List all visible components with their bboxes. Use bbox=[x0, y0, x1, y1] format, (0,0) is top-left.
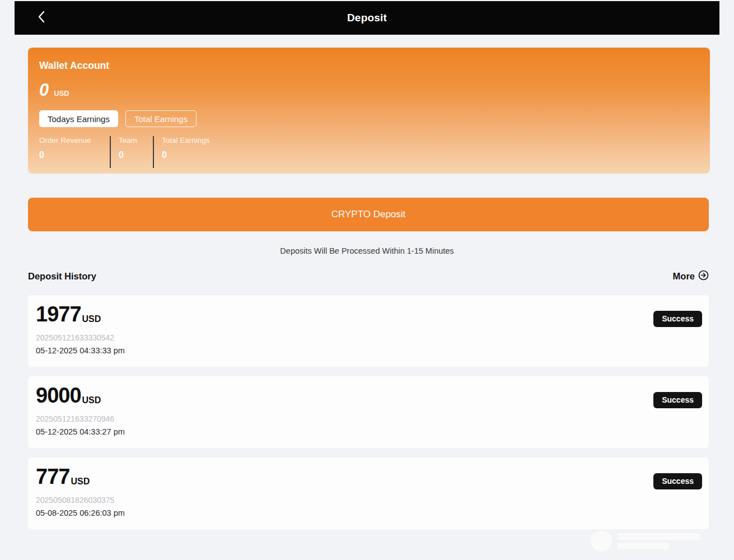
more-button[interactable]: More bbox=[673, 270, 709, 283]
deposit-order-id: 202505121633270946 bbox=[36, 414, 701, 423]
page-title: Deposit bbox=[15, 12, 719, 24]
deposit-amount: 9000 USD bbox=[36, 385, 701, 405]
balance-value: 0 bbox=[39, 81, 49, 99]
stat-label: Team bbox=[119, 136, 145, 144]
wallet-title: Wallet Account bbox=[39, 60, 699, 72]
stat-order-revenue: Order Revenue 0 bbox=[39, 136, 102, 160]
amount-value: 9000 bbox=[36, 385, 81, 405]
wallet-balance: 0 USD bbox=[39, 81, 699, 99]
stat-team: Team 0 bbox=[119, 136, 145, 160]
deposit-history-row[interactable]: 1977 USD 202505121633330542 05-12-2025 0… bbox=[28, 295, 709, 367]
stat-value: 0 bbox=[119, 150, 145, 160]
stat-divider bbox=[153, 136, 154, 168]
stat-label: Order Revenue bbox=[39, 136, 102, 144]
deposit-amount: 1977 USD bbox=[36, 304, 701, 324]
amount-currency: USD bbox=[82, 314, 101, 324]
deposit-date: 05-12-2025 04:33:27 pm bbox=[36, 427, 701, 436]
earnings-stats: Order Revenue 0 Team 0 Total Earnings 0 bbox=[39, 136, 699, 168]
deposit-history-row[interactable]: 777 USD 202505081826030375 05-08-2025 06… bbox=[28, 458, 709, 529]
amount-value: 777 bbox=[36, 466, 69, 487]
status-badge: Success bbox=[653, 392, 702, 408]
more-label: More bbox=[673, 271, 695, 282]
back-button[interactable] bbox=[30, 1, 53, 35]
earnings-tabs: Todays Earnings Total Earnings bbox=[39, 110, 699, 127]
history-title: Deposit History bbox=[28, 271, 96, 282]
processing-notice: Deposits Will Be Processed Within 1-15 M… bbox=[0, 246, 734, 255]
balance-currency: USD bbox=[54, 89, 69, 97]
more-arrow-icon bbox=[698, 270, 709, 283]
status-badge: Success bbox=[653, 311, 702, 327]
status-badge: Success bbox=[653, 473, 702, 489]
deposit-date: 05-12-2025 04:33:33 pm bbox=[36, 346, 701, 355]
back-chevron-icon bbox=[37, 10, 46, 26]
deposit-order-id: 202505081826030375 bbox=[36, 496, 701, 505]
stat-label: Total Earnings bbox=[162, 136, 210, 144]
crypto-deposit-button[interactable]: CRYPTO Deposit bbox=[28, 198, 709, 231]
header-bar: Deposit bbox=[15, 1, 719, 35]
deposit-order-id: 202505121633330542 bbox=[36, 333, 701, 342]
history-header: Deposit History More bbox=[28, 270, 709, 283]
wallet-account-card: Wallet Account 0 USD Todays Earnings Tot… bbox=[28, 48, 710, 174]
deposit-page: Deposit Wallet Account 0 USD Todays Earn… bbox=[0, 0, 734, 560]
stat-value: 0 bbox=[39, 150, 102, 160]
stat-total-earnings: Total Earnings 0 bbox=[162, 136, 210, 160]
amount-currency: USD bbox=[82, 395, 101, 405]
tab-total-earnings[interactable]: Total Earnings bbox=[125, 110, 197, 127]
deposit-date: 05-08-2025 06:26:03 pm bbox=[36, 508, 701, 517]
watermark-logo bbox=[591, 530, 612, 552]
watermark bbox=[591, 529, 709, 553]
watermark-text-lines bbox=[618, 533, 700, 549]
amount-currency: USD bbox=[71, 477, 90, 487]
deposit-amount: 777 USD bbox=[36, 466, 701, 487]
stat-value: 0 bbox=[162, 150, 210, 160]
amount-value: 1977 bbox=[36, 304, 81, 324]
stat-divider bbox=[110, 136, 111, 168]
tab-todays-earnings[interactable]: Todays Earnings bbox=[39, 110, 118, 127]
deposit-history-row[interactable]: 9000 USD 202505121633270946 05-12-2025 0… bbox=[28, 376, 709, 448]
